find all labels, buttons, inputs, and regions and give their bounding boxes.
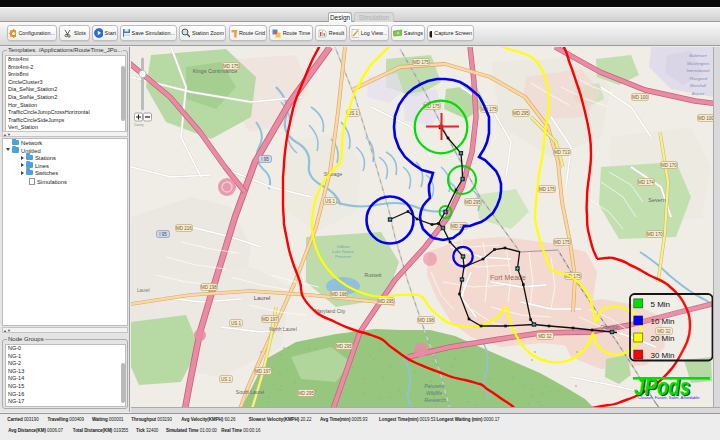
svg-text:MD 198: MD 198 bbox=[331, 292, 347, 297]
svg-text:20 Min: 20 Min bbox=[651, 334, 675, 343]
svg-text:Laurel: Laurel bbox=[254, 295, 271, 301]
svg-text:Maryland City: Maryland City bbox=[315, 308, 346, 314]
svg-text:MD 197: MD 197 bbox=[255, 369, 271, 374]
svg-text:MD 170: MD 170 bbox=[661, 163, 677, 168]
svg-text:Preserve: Preserve bbox=[335, 254, 352, 259]
svg-text:Wildlife: Wildlife bbox=[426, 390, 442, 396]
svg-text:MD 295: MD 295 bbox=[378, 299, 394, 304]
svg-text:Odenton: Odenton bbox=[600, 324, 619, 330]
svg-text:Patuxent: Patuxent bbox=[424, 383, 444, 389]
svg-text:Severn: Severn bbox=[648, 197, 665, 203]
svg-text:MD 198: MD 198 bbox=[418, 318, 434, 323]
svg-text:Thurgood: Thurgood bbox=[689, 76, 708, 81]
svg-text:MD 100: MD 100 bbox=[632, 95, 648, 100]
svg-text:MD 295: MD 295 bbox=[465, 200, 481, 205]
svg-text:MD 713: MD 713 bbox=[554, 150, 570, 155]
svg-text:MD 175: MD 175 bbox=[539, 187, 555, 192]
svg-text:US 1: US 1 bbox=[221, 377, 232, 382]
svg-text:MD 175: MD 175 bbox=[554, 240, 570, 245]
svg-text:30 Min: 30 Min bbox=[651, 351, 675, 360]
svg-text:MD 170: MD 170 bbox=[647, 232, 663, 237]
svg-text:MD 198: MD 198 bbox=[201, 285, 217, 290]
svg-text:US 1: US 1 bbox=[325, 199, 336, 204]
svg-text:North Laurel: North Laurel bbox=[269, 326, 297, 332]
svg-text:County: County bbox=[134, 123, 144, 127]
svg-text:MD 295: MD 295 bbox=[298, 391, 314, 396]
svg-text:MD 197: MD 197 bbox=[262, 317, 278, 322]
svg-text:Research: Research bbox=[424, 397, 446, 403]
svg-text:Airport: Airport bbox=[691, 91, 705, 96]
svg-text:Cleaner, Faster, Safer, Afford: Cleaner, Faster, Safer, Affordable bbox=[638, 395, 700, 400]
svg-text:I 95: I 95 bbox=[159, 232, 167, 237]
svg-text:MD 175: MD 175 bbox=[413, 60, 429, 65]
svg-text:10 Min: 10 Min bbox=[651, 317, 675, 326]
svg-text:MD 295: MD 295 bbox=[336, 344, 352, 349]
svg-text:5 Min: 5 Min bbox=[651, 300, 671, 309]
svg-text:MD 295: MD 295 bbox=[513, 111, 529, 116]
svg-text:Baltimore: Baltimore bbox=[689, 53, 707, 58]
svg-text:Washington: Washington bbox=[687, 61, 710, 66]
svg-text:Marshall: Marshall bbox=[690, 83, 707, 88]
svg-text:MD 32: MD 32 bbox=[538, 334, 552, 339]
svg-text:International: International bbox=[686, 68, 710, 73]
svg-text:Laurel: Laurel bbox=[137, 288, 150, 293]
svg-text:Russett: Russett bbox=[365, 272, 383, 278]
svg-text:MD 174: MD 174 bbox=[638, 180, 654, 185]
svg-text:I 95: I 95 bbox=[261, 157, 269, 162]
svg-text:MD 175: MD 175 bbox=[223, 64, 239, 69]
svg-text:US 1: US 1 bbox=[231, 321, 242, 326]
svg-text:MD 100: MD 100 bbox=[698, 116, 713, 121]
svg-text:South Laurel: South Laurel bbox=[236, 389, 264, 395]
svg-text:MD 216: MD 216 bbox=[176, 226, 192, 231]
